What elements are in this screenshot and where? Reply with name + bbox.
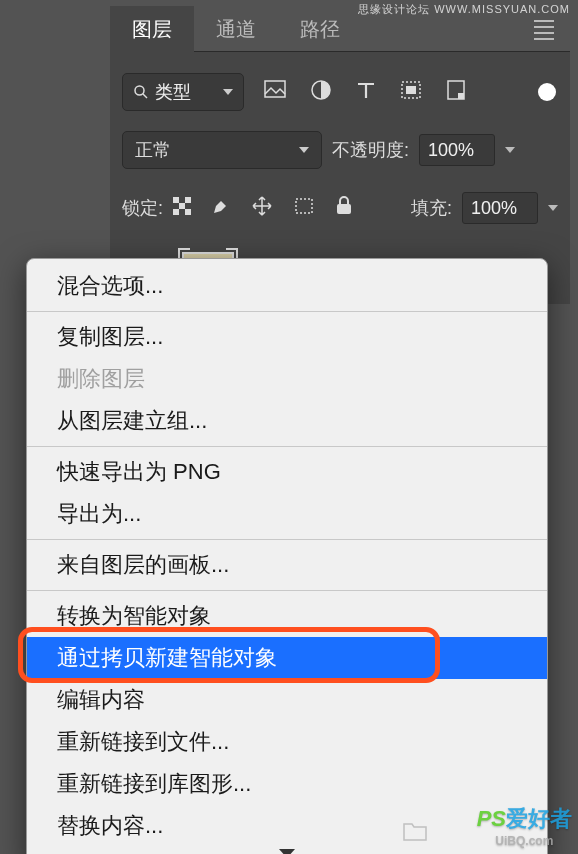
menu-convert-smart-object[interactable]: 转换为智能对象: [27, 595, 547, 637]
menu-quick-export-png[interactable]: 快速导出为 PNG: [27, 451, 547, 493]
folder-icon: [402, 820, 428, 846]
fill-stepper[interactable]: [548, 205, 558, 211]
tab-paths[interactable]: 路径: [278, 6, 362, 53]
layer-context-menu: 混合选项... 复制图层... 删除图层 从图层建立组... 快速导出为 PNG…: [26, 258, 548, 854]
svg-point-0: [135, 86, 144, 95]
svg-line-1: [143, 94, 147, 98]
menu-new-smart-via-copy[interactable]: 通过拷贝新建智能对象: [27, 637, 547, 679]
lock-row: 锁定: 填充: 100%: [110, 184, 570, 232]
filter-toggle-icon[interactable]: [538, 83, 556, 101]
opacity-label: 不透明度:: [332, 138, 409, 162]
fill-label: 填充:: [411, 196, 452, 220]
blend-row: 正常 不透明度: 100%: [110, 126, 570, 174]
svg-rect-14: [296, 199, 312, 213]
menu-relink-file[interactable]: 重新链接到文件...: [27, 721, 547, 763]
blend-mode-value: 正常: [135, 138, 171, 162]
watermark-top: 思缘设计论坛 WWW.MISSYUAN.COM: [358, 2, 570, 17]
filter-row: 类型: [110, 68, 570, 116]
tab-channels[interactable]: 通道: [194, 6, 278, 53]
menu-edit-contents[interactable]: 编辑内容: [27, 679, 547, 721]
menu-replace-contents[interactable]: 替换内容...: [27, 805, 547, 847]
menu-blend-options[interactable]: 混合选项...: [27, 265, 547, 307]
chevron-down-icon: [299, 147, 309, 153]
watermark-brand: PS: [477, 806, 506, 831]
filter-smartobject-icon[interactable]: [446, 79, 466, 105]
menu-export-as[interactable]: 导出为...: [27, 493, 547, 535]
menu-separator: [27, 539, 547, 540]
opacity-value[interactable]: 100%: [419, 134, 495, 166]
fill-value[interactable]: 100%: [462, 192, 538, 224]
svg-rect-12: [173, 209, 179, 215]
filter-image-icon[interactable]: [264, 80, 286, 104]
lock-position-icon[interactable]: [251, 195, 273, 221]
svg-rect-11: [185, 197, 191, 203]
blend-mode-select[interactable]: 正常: [122, 131, 322, 169]
lock-all-icon[interactable]: [335, 196, 353, 220]
lock-transparency-icon[interactable]: [173, 197, 191, 219]
svg-rect-15: [337, 204, 351, 214]
svg-rect-2: [265, 81, 285, 97]
filter-icon-group: [264, 79, 466, 105]
opacity-stepper[interactable]: [505, 147, 515, 153]
filter-type-select[interactable]: 类型: [122, 73, 244, 111]
menu-separator: [27, 590, 547, 591]
menu-group-from-layers[interactable]: 从图层建立组...: [27, 400, 547, 442]
svg-rect-13: [185, 209, 191, 215]
watermark-url: UiBQ.com: [477, 834, 572, 848]
menu-separator: [27, 446, 547, 447]
lock-artboard-icon[interactable]: [293, 196, 315, 220]
chevron-down-icon: [223, 89, 233, 95]
lock-pixels-icon[interactable]: [211, 196, 231, 220]
lock-label: 锁定:: [122, 196, 163, 220]
filter-shape-icon[interactable]: [400, 80, 422, 104]
menu-separator: [27, 311, 547, 312]
search-icon: [133, 84, 149, 100]
tab-layers[interactable]: 图层: [110, 6, 194, 53]
svg-rect-9: [173, 197, 179, 203]
menu-delete-layer: 删除图层: [27, 358, 547, 400]
menu-artboard-from-layers[interactable]: 来自图层的画板...: [27, 544, 547, 586]
filter-adjustment-icon[interactable]: [310, 79, 332, 105]
watermark-text: 爱好者: [506, 806, 572, 831]
watermark-bottom: PS爱好者 UiBQ.com: [477, 804, 572, 848]
filter-text-icon[interactable]: [356, 80, 376, 104]
menu-relink-library[interactable]: 重新链接到库图形...: [27, 763, 547, 805]
lock-icon-group: [173, 195, 353, 221]
menu-copy-layer[interactable]: 复制图层...: [27, 316, 547, 358]
svg-rect-5: [406, 86, 416, 94]
filter-type-label: 类型: [155, 80, 191, 104]
menu-scroll-down-icon[interactable]: [27, 847, 547, 854]
svg-rect-10: [179, 203, 185, 209]
svg-rect-7: [458, 93, 464, 99]
